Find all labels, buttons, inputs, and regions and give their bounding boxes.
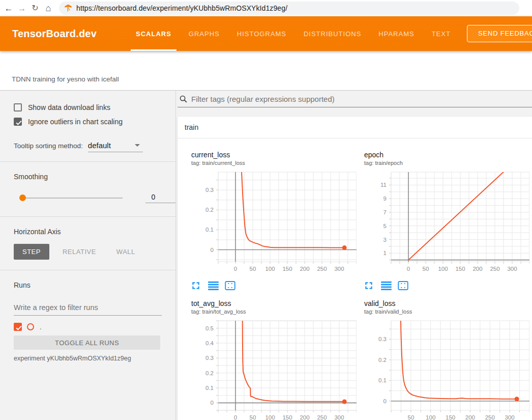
- divider: [0, 270, 176, 270]
- fit-domain-icon[interactable]: [225, 281, 235, 291]
- send-feedback-button[interactable]: SEND FEEDBACK: [467, 25, 532, 42]
- x-tick-label: 100: [265, 266, 275, 272]
- y-tick-label: 0: [211, 247, 214, 253]
- tab-text[interactable]: TEXT: [426, 16, 457, 51]
- axis-wall-button[interactable]: WALL: [109, 244, 142, 260]
- x-tick-label: 250: [485, 414, 495, 420]
- tab-hparams[interactable]: HPARAMS: [372, 16, 420, 51]
- run-checkbox[interactable]: [14, 323, 22, 331]
- smoothing-slider-thumb[interactable]: [19, 194, 26, 201]
- divider: [0, 161, 176, 162]
- y-tick-label: 0.2: [205, 207, 214, 213]
- chart-card-valid_loss: valid_losstag: train/valid_loss501001502…: [357, 299, 529, 420]
- experiment-id-note: experiment yKUbhb5wRmOSXYkId1z9eg: [14, 355, 175, 362]
- browser-home-icon[interactable]: ⌂: [42, 4, 55, 13]
- show-download-links-row[interactable]: Show data download links: [14, 103, 175, 111]
- horizontal-axis-label: Horizontal Axis: [14, 228, 175, 236]
- last-point-marker: [515, 397, 519, 401]
- y-tick-label: 0.3: [378, 336, 387, 342]
- x-tick-label: 200: [465, 414, 475, 420]
- divider: [0, 216, 176, 217]
- show-download-links-checkbox[interactable]: [14, 103, 22, 111]
- x-tick-label: 50: [250, 266, 256, 272]
- settings-sidebar: Show data download links Ignore outliers…: [0, 91, 176, 420]
- x-tick-label: 0: [234, 266, 237, 272]
- tab-scalars[interactable]: SCALARS: [130, 16, 178, 51]
- chart-tag: tag: train/valid_loss: [357, 308, 529, 315]
- check-icon: [15, 324, 23, 332]
- fit-domain-icon[interactable]: [398, 281, 408, 291]
- app-logo: TensorBoard.dev: [12, 28, 97, 40]
- y-tick-label: 0.1: [205, 227, 214, 233]
- experiment-title-band: TDNN training for yesno with icefall: [0, 51, 532, 91]
- x-tick-label: 250: [490, 266, 499, 272]
- search-icon: [179, 95, 188, 103]
- x-tick-label: 0: [407, 266, 410, 272]
- tab-bar: SCALARSGRAPHSHISTOGRAMSDISTRIBUTIONSHPAR…: [127, 16, 459, 51]
- run-name: .: [40, 323, 42, 331]
- x-tick-label: 150: [455, 266, 465, 272]
- ignore-outliers-checkbox[interactable]: [14, 118, 22, 126]
- y-tick-label: 0.4: [205, 340, 214, 346]
- ignore-outliers-row[interactable]: Ignore outliers in chart scaling: [14, 118, 175, 126]
- check-icon: [15, 119, 23, 127]
- checkbox-label: Show data download links: [28, 103, 110, 111]
- y-tick-label: 0: [211, 400, 214, 406]
- tooltip-sorting-dropdown[interactable]: default: [88, 141, 143, 152]
- expand-chart-icon[interactable]: [191, 281, 201, 291]
- chart-grid: current_losstag: train/current_loss05010…: [178, 138, 532, 420]
- main-panel: train current_losstag: train/current_los…: [176, 91, 532, 420]
- browser-reload-icon[interactable]: ↻: [28, 4, 42, 12]
- axis-relative-button[interactable]: RELATIVE: [55, 244, 103, 260]
- expand-chart-icon[interactable]: [364, 281, 374, 291]
- line-chart-plot[interactable]: 0501001502002503001357911: [357, 170, 529, 274]
- browser-back-icon[interactable]: ←: [2, 4, 15, 13]
- chart-tag: tag: train/epoch: [357, 159, 529, 166]
- y-tick-label: 3: [383, 237, 387, 243]
- tab-histograms[interactable]: HISTOGRAMS: [231, 16, 292, 51]
- y-tick-label: 9: [383, 195, 387, 202]
- tab-distributions[interactable]: DISTRIBUTIONS: [298, 16, 367, 51]
- run-selector-icon[interactable]: [381, 281, 391, 291]
- y-tick-label: 0: [383, 398, 387, 404]
- x-tick-label: 150: [282, 414, 292, 420]
- x-tick-label: 200: [300, 266, 309, 272]
- y-tick-label: 1: [383, 250, 387, 256]
- x-tick-label: 250: [317, 414, 327, 420]
- x-tick-label: 100: [426, 414, 435, 420]
- y-tick-label: 5: [383, 223, 387, 229]
- y-tick-label: 7: [383, 209, 387, 215]
- smoothing-value[interactable]: 0: [145, 193, 175, 203]
- x-tick-label: 300: [334, 266, 344, 272]
- y-tick-label: 0.3: [205, 187, 214, 193]
- chevron-down-icon: [135, 144, 140, 147]
- chart-card-tot_avg_loss: tot_avg_losstag: train/tot_avg_loss05010…: [184, 299, 357, 420]
- chart-toolbar: [364, 281, 529, 291]
- smoothing-slider[interactable]: [20, 198, 123, 199]
- address-bar[interactable]: https://tensorboard.dev/experiment/yKUbh…: [59, 2, 519, 15]
- x-tick-label: 150: [282, 266, 292, 272]
- run-selector-icon[interactable]: [208, 281, 218, 291]
- x-tick-label: 250: [317, 266, 327, 272]
- line-chart-plot[interactable]: 05010015020025030000.10.20.30.40.5: [184, 318, 357, 420]
- checkbox-label: Ignore outliers in chart scaling: [28, 118, 123, 126]
- runs-filter-input[interactable]: [14, 301, 162, 316]
- chart-title: epoch: [357, 151, 529, 159]
- line-chart-plot[interactable]: 5010015020025030000.10.20.3: [357, 318, 529, 420]
- section-header-train[interactable]: train: [178, 117, 532, 138]
- x-tick-label: 200: [300, 414, 309, 420]
- app-header: TensorBoard.dev SCALARSGRAPHSHISTOGRAMSD…: [0, 16, 532, 51]
- y-tick-label: 0.1: [205, 385, 214, 391]
- browser-forward-icon[interactable]: →: [15, 4, 28, 13]
- axis-step-button[interactable]: STEP: [14, 244, 49, 260]
- x-tick-label: 50: [423, 266, 429, 272]
- toggle-all-runs-button[interactable]: TOGGLE ALL RUNS: [14, 335, 160, 350]
- line-chart-plot[interactable]: 05010015020025030000.10.20.3: [184, 170, 357, 274]
- chart-card-epoch: epochtag: train/epoch0501001502002503001…: [357, 151, 529, 291]
- chart-title: valid_loss: [357, 299, 529, 308]
- run-row[interactable]: .: [14, 323, 175, 331]
- x-tick-label: 300: [507, 266, 517, 272]
- last-point-marker: [342, 400, 347, 404]
- filter-tags-input[interactable]: [191, 95, 496, 103]
- tab-graphs[interactable]: GRAPHS: [183, 16, 226, 51]
